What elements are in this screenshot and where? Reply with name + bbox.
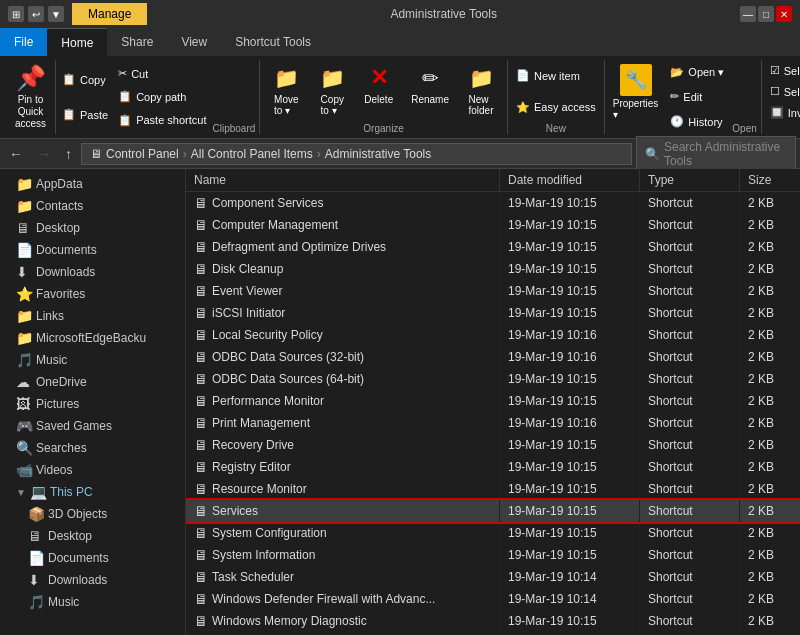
tab-home[interactable]: Home — [47, 28, 107, 56]
file-row[interactable]: 🖥 Computer Management 19-Mar-19 10:15 Sh… — [186, 214, 800, 236]
invert-selection-button[interactable]: 🔲 Invert selection — [766, 104, 800, 121]
file-row[interactable]: 🖥 Defragment and Optimize Drives 19-Mar-… — [186, 236, 800, 258]
file-row[interactable]: 🖥 Print Management 19-Mar-19 10:16 Short… — [186, 412, 800, 434]
tab-shortcut-tools[interactable]: Shortcut Tools — [221, 28, 325, 56]
open-icon: 📂 — [670, 66, 684, 79]
tab-share[interactable]: Share — [107, 28, 167, 56]
sidebar-item-downloads[interactable]: ⬇Downloads — [0, 261, 185, 283]
sidebar-item-this-pc[interactable]: ▼💻This PC — [0, 481, 185, 503]
file-name: Print Management — [212, 416, 310, 430]
select-all-button[interactable]: ☑ Select all — [766, 62, 800, 79]
close-button[interactable]: ✕ — [776, 6, 792, 22]
pin-to-quick-access-button[interactable]: 📌 Pin to Quickaccess — [6, 60, 56, 134]
sidebar-item-pictures[interactable]: 🖼Pictures — [0, 393, 185, 415]
file-row[interactable]: 🖥 Services 19-Mar-19 10:15 Shortcut 2 KB — [186, 500, 800, 522]
sidebar-item-appdata[interactable]: 📁AppData — [0, 173, 185, 195]
path-segment-2[interactable]: All Control Panel Items — [191, 147, 313, 161]
file-date-cell: 19-Mar-19 10:16 — [500, 324, 640, 346]
address-path[interactable]: 🖥 Control Panel › All Control Panel Item… — [81, 143, 632, 165]
copy-path-button[interactable]: 📋 Copy path — [114, 88, 210, 105]
sidebar-icon: ⭐ — [16, 286, 32, 302]
sidebar-item-favorites[interactable]: ⭐Favorites — [0, 283, 185, 305]
file-row[interactable]: 🖥 ODBC Data Sources (32-bit) 19-Mar-19 1… — [186, 346, 800, 368]
sidebar-item-downloads[interactable]: ⬇Downloads — [0, 569, 185, 591]
file-row[interactable]: 🖥 Resource Monitor 19-Mar-19 10:15 Short… — [186, 478, 800, 500]
file-row[interactable]: 🖥 Task Scheduler 19-Mar-19 10:14 Shortcu… — [186, 566, 800, 588]
file-row[interactable]: 🖥 System Information 19-Mar-19 10:15 Sho… — [186, 544, 800, 566]
column-size[interactable]: Size — [740, 169, 800, 191]
file-row[interactable]: 🖥 System Configuration 19-Mar-19 10:15 S… — [186, 522, 800, 544]
file-row[interactable]: 🖥 iSCSI Initiator 19-Mar-19 10:15 Shortc… — [186, 302, 800, 324]
edit-button[interactable]: ✏ Edit — [666, 88, 728, 105]
open-edit-history: 📂 Open ▾ ✏ Edit 🕐 History — [666, 60, 728, 134]
sidebar-item-contacts[interactable]: 📁Contacts — [0, 195, 185, 217]
column-date[interactable]: Date modified — [500, 169, 640, 191]
path-icon: 🖥 — [90, 147, 102, 161]
select-none-button[interactable]: ☐ Select none — [766, 83, 800, 100]
cut-button[interactable]: ✂ Cut — [114, 65, 210, 82]
sidebar-label: Links — [36, 309, 64, 323]
copy-label: Copy — [80, 74, 106, 86]
copy-button[interactable]: 📋 Copy — [58, 71, 112, 88]
maximize-button[interactable]: □ — [758, 6, 774, 22]
file-row[interactable]: 🖥 Disk Cleanup 19-Mar-19 10:15 Shortcut … — [186, 258, 800, 280]
delete-button[interactable]: ✕ Delete — [356, 60, 401, 123]
sidebar-item-music[interactable]: 🎵Music — [0, 349, 185, 371]
file-row[interactable]: 🖥 Event Viewer 19-Mar-19 10:15 Shortcut … — [186, 280, 800, 302]
file-row[interactable]: 🖥 Windows Memory Diagnostic 19-Mar-19 10… — [186, 610, 800, 632]
paste-shortcut-button[interactable]: 📋 Paste shortcut — [114, 112, 210, 129]
move-to-button[interactable]: 📁 Moveto ▾ — [264, 60, 308, 123]
sidebar-item-links[interactable]: 📁Links — [0, 305, 185, 327]
window-controls[interactable]: — □ ✕ — [740, 6, 792, 22]
sidebar-icon: 📄 — [28, 550, 44, 566]
sidebar-item-microsoftedgebacku[interactable]: 📁MicrosoftEdgeBacku — [0, 327, 185, 349]
paste-button[interactable]: 📋 Paste — [58, 106, 112, 123]
back-button[interactable]: ← — [4, 144, 28, 164]
file-row[interactable]: 🖥 Component Services 19-Mar-19 10:15 Sho… — [186, 192, 800, 214]
search-icon: 🔍 — [645, 147, 660, 161]
file-row[interactable]: 🖥 ODBC Data Sources (64-bit) 19-Mar-19 1… — [186, 368, 800, 390]
sidebar-item-onedrive[interactable]: ☁OneDrive — [0, 371, 185, 393]
sidebar-item-videos[interactable]: 📹Videos — [0, 459, 185, 481]
minimize-button[interactable]: — — [740, 6, 756, 22]
tab-file[interactable]: File — [0, 28, 47, 56]
move-to-label: Moveto ▾ — [274, 94, 298, 116]
easy-access-button[interactable]: ⭐ Easy access — [512, 99, 600, 116]
properties-button[interactable]: 🔧 Properties ▾ — [609, 60, 663, 134]
sidebar-item-desktop[interactable]: 🖥Desktop — [0, 525, 185, 547]
tab-view[interactable]: View — [167, 28, 221, 56]
file-row[interactable]: 🖥 Recovery Drive 19-Mar-19 10:15 Shortcu… — [186, 434, 800, 456]
new-item-button[interactable]: 📄 New item — [512, 67, 600, 84]
select-all-label: Select all — [784, 65, 800, 77]
sidebar-item-music[interactable]: 🎵Music — [0, 591, 185, 613]
copy-to-button[interactable]: 📁 Copyto ▾ — [310, 60, 354, 123]
sidebar-item-documents[interactable]: 📄Documents — [0, 547, 185, 569]
file-row[interactable]: 🖥 Local Security Policy 19-Mar-19 10:16 … — [186, 324, 800, 346]
sidebar-item-saved-games[interactable]: 🎮Saved Games — [0, 415, 185, 437]
new-folder-button[interactable]: 📁 Newfolder — [459, 60, 503, 123]
manage-tab[interactable]: Manage — [72, 3, 147, 25]
sidebar-item-3d-objects[interactable]: 📦3D Objects — [0, 503, 185, 525]
sidebar-icon: 🎵 — [16, 352, 32, 368]
search-box[interactable]: 🔍 Search Administrative Tools — [636, 136, 796, 172]
file-name: Resource Monitor — [212, 482, 307, 496]
file-row[interactable]: 🖥 Registry Editor 19-Mar-19 10:15 Shortc… — [186, 456, 800, 478]
file-row[interactable]: 🖥 Performance Monitor 19-Mar-19 10:15 Sh… — [186, 390, 800, 412]
open-button[interactable]: 📂 Open ▾ — [666, 64, 728, 81]
path-segment-3[interactable]: Administrative Tools — [325, 147, 432, 161]
new-group: 📄 New item ⭐ Easy access New — [508, 60, 605, 134]
history-button[interactable]: 🕐 History — [666, 113, 728, 130]
sidebar-item-documents[interactable]: 📄Documents — [0, 239, 185, 261]
path-segment-1[interactable]: Control Panel — [106, 147, 179, 161]
rename-button[interactable]: ✏ Rename — [403, 60, 457, 123]
forward-button[interactable]: → — [32, 144, 56, 164]
window-title: Administrative Tools — [147, 7, 740, 21]
sidebar-label: Documents — [48, 551, 109, 565]
sidebar-item-desktop[interactable]: 🖥Desktop — [0, 217, 185, 239]
sidebar-item-searches[interactable]: 🔍Searches — [0, 437, 185, 459]
column-name[interactable]: Name — [186, 169, 500, 191]
file-icon: 🖥 — [194, 591, 208, 607]
file-row[interactable]: 🖥 Windows Defender Firewall with Advanc.… — [186, 588, 800, 610]
column-type[interactable]: Type — [640, 169, 740, 191]
up-button[interactable]: ↑ — [60, 144, 77, 164]
